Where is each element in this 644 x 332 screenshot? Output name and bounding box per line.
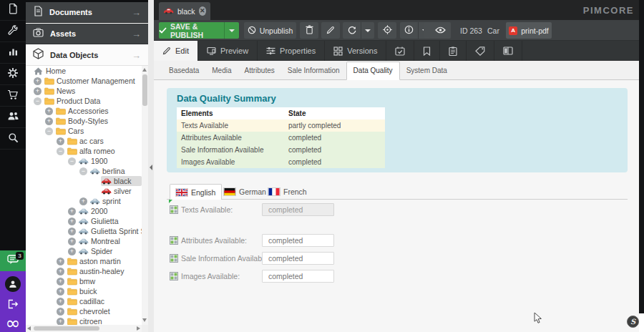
tree-node-body[interactable]: Accessories xyxy=(55,106,142,116)
subtab-media[interactable]: Media xyxy=(205,62,238,79)
language-tab-french[interactable]: French xyxy=(263,184,313,199)
tree-item-bmw[interactable]: +bmw xyxy=(26,276,142,286)
subtab-sale-information[interactable]: Sale Information xyxy=(281,62,346,79)
expand-node-icon[interactable]: + xyxy=(57,278,64,285)
user-profile-button[interactable] xyxy=(0,271,26,296)
collapse-panel-icon[interactable] xyxy=(150,165,152,170)
tree-item-news[interactable]: +News xyxy=(26,86,142,96)
expand-node-icon[interactable]: + xyxy=(68,238,76,245)
tab-properties[interactable]: Properties xyxy=(258,41,325,61)
sale-information-available-input[interactable] xyxy=(262,252,334,265)
tree-node-body[interactable]: Customer Management xyxy=(44,76,142,86)
tree-node-body[interactable]: Cars xyxy=(55,126,142,136)
expand-node-icon[interactable]: + xyxy=(68,248,76,255)
tree-node-body[interactable]: 1900 xyxy=(78,156,142,166)
tree-node-body[interactable]: cadillac xyxy=(67,296,142,306)
tree-horizontal-scrollbar[interactable] xyxy=(26,325,142,332)
tree-node-body[interactable]: Home xyxy=(33,66,142,76)
tree-item-cadillac[interactable]: +cadillac xyxy=(26,296,142,306)
expand-node-icon[interactable]: + xyxy=(57,318,64,326)
tree-node-body[interactable]: black xyxy=(101,176,142,186)
subtab-data-quality[interactable]: Data Quality xyxy=(346,62,400,80)
expand-node-icon[interactable]: + xyxy=(68,208,76,215)
nav-ecommerce-button[interactable] xyxy=(0,86,26,107)
tree-item-2000[interactable]: +2000 xyxy=(26,206,142,216)
info-button[interactable] xyxy=(400,22,418,39)
language-tab-english[interactable]: English xyxy=(170,184,222,200)
tree-node-body[interactable]: buick xyxy=(67,286,142,296)
subtab-system-data[interactable]: System Data xyxy=(400,62,454,79)
scroll-up-arrow[interactable] xyxy=(142,68,147,72)
tree-item-spider[interactable]: +Spider xyxy=(26,246,142,256)
locate-in-tree-button[interactable] xyxy=(378,22,396,39)
tree-node-body[interactable]: aston martin xyxy=(67,256,142,266)
tree-node-body[interactable]: News xyxy=(44,86,142,96)
tree-item-customer-management[interactable]: +Customer Management xyxy=(26,76,142,86)
accordion-documents[interactable]: Documents → xyxy=(26,2,148,23)
tree-item-body-styles[interactable]: +Body-Styles xyxy=(26,116,142,126)
tree-node-body[interactable]: Body-Styles xyxy=(55,116,142,126)
tree-item-giulietta[interactable]: +Giulietta xyxy=(26,216,142,226)
collapse-node-icon[interactable]: − xyxy=(45,127,53,135)
tree-node-body[interactable]: alfa romeo xyxy=(67,146,142,156)
expand-node-icon[interactable]: + xyxy=(45,107,53,115)
tree-item-gulietta-sprint-specia[interactable]: +Gulietta Sprint Specia xyxy=(26,226,142,236)
rename-button[interactable] xyxy=(321,22,340,39)
scroll-right-arrow[interactable] xyxy=(137,326,140,331)
reload-button[interactable] xyxy=(343,22,361,39)
close-tab-icon[interactable]: ✕ xyxy=(199,6,206,16)
scroll-left-arrow[interactable] xyxy=(27,326,31,331)
expand-node-icon[interactable]: + xyxy=(34,87,42,95)
subtab-attributes[interactable]: Attributes xyxy=(238,62,281,79)
tree-node-body[interactable]: Product Data xyxy=(44,96,142,106)
tree-item-1900[interactable]: −1900 xyxy=(26,156,142,166)
tree-node-body[interactable]: Montreal xyxy=(78,236,142,246)
tab-split-view[interactable] xyxy=(494,41,522,61)
accordion-assets[interactable]: Assets → xyxy=(26,24,148,44)
nav-customers-button[interactable] xyxy=(0,107,26,128)
tree-node-body[interactable]: berlina xyxy=(89,166,142,176)
tab-notes[interactable] xyxy=(414,41,440,61)
tab-reports[interactable] xyxy=(440,41,467,61)
collapse-node-icon[interactable]: − xyxy=(57,147,64,155)
expand-node-icon[interactable]: + xyxy=(57,308,64,316)
tab-versions[interactable]: Versions xyxy=(325,41,386,61)
tree-node-body[interactable]: Giulietta xyxy=(78,216,142,226)
tree-item-sprint[interactable]: +sprint xyxy=(26,196,142,206)
tab-schedule[interactable] xyxy=(386,41,414,61)
tree-vertical-scrollbar[interactable] xyxy=(142,66,148,325)
nav-search-button[interactable] xyxy=(0,129,26,150)
expand-node-icon[interactable]: + xyxy=(34,77,42,85)
tree-node-body[interactable]: Spider xyxy=(78,246,142,256)
debug-toolbar-badge[interactable]: S xyxy=(627,316,639,328)
tree-item-black[interactable]: black xyxy=(26,176,142,186)
tree-node-body[interactable]: austin-healey xyxy=(67,266,142,276)
tree-node-body[interactable]: citroen xyxy=(67,316,142,325)
save-options-dropdown[interactable] xyxy=(224,22,239,39)
tree-item-berlina[interactable]: −berlina xyxy=(26,166,142,176)
accordion-data-objects[interactable]: Data Objects → xyxy=(26,45,148,66)
tree-item-alfa-romeo[interactable]: −alfa romeo xyxy=(26,146,142,156)
attributes-available-input[interactable] xyxy=(262,234,334,247)
subtab-basedata[interactable]: Basedata xyxy=(162,62,205,79)
tree-node-body[interactable]: bmw xyxy=(67,276,142,286)
collapse-node-icon[interactable]: − xyxy=(79,167,87,175)
tree-item-austin-healey[interactable]: +austin-healey xyxy=(26,266,142,276)
save-publish-button[interactable]: SAVE & PUBLISH xyxy=(159,22,224,39)
reload-options-dropdown[interactable] xyxy=(361,22,374,39)
texts-available-input[interactable] xyxy=(262,203,334,216)
tree-item-chevrolet[interactable]: +chevrolet xyxy=(26,306,142,316)
tree-item-aston-martin[interactable]: +aston martin xyxy=(26,256,142,266)
expand-node-icon[interactable]: + xyxy=(57,288,64,296)
expand-node-icon[interactable]: + xyxy=(68,218,76,225)
open-preview-button[interactable] xyxy=(429,22,451,39)
collapse-node-icon[interactable]: − xyxy=(68,157,76,165)
tab-edit[interactable]: Edit xyxy=(154,41,198,61)
expand-node-icon[interactable]: + xyxy=(79,197,87,205)
expand-node-icon[interactable]: + xyxy=(57,258,64,265)
nav-settings-button[interactable] xyxy=(0,64,26,85)
chat-notifications-button[interactable]: 3 xyxy=(0,250,26,271)
tab-preview[interactable]: Preview xyxy=(198,41,258,61)
pimcore-logo-button[interactable]: ∞ xyxy=(0,315,26,332)
tree-node-body[interactable]: silver xyxy=(101,186,142,196)
